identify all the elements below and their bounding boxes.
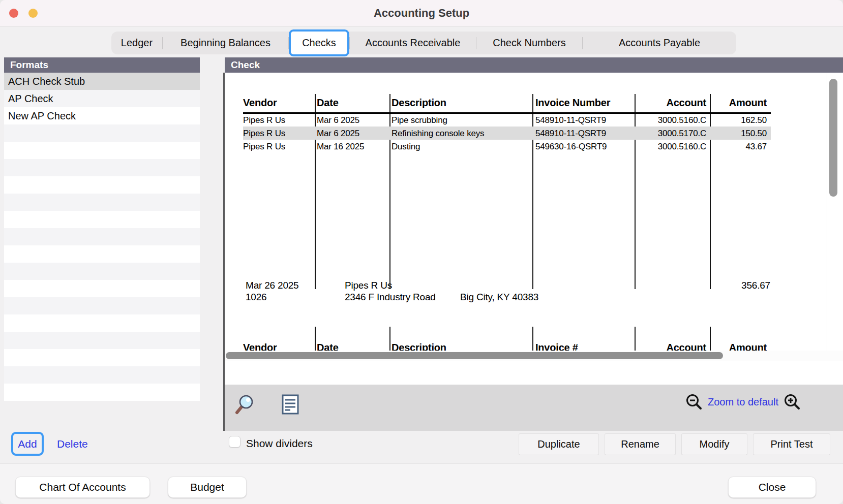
close-button[interactable]: Close bbox=[728, 477, 816, 498]
tab-ledger[interactable]: Ledger bbox=[111, 32, 162, 54]
format-row-empty bbox=[4, 314, 200, 332]
zoom-controls: Zoom to default bbox=[685, 393, 801, 411]
check-column-header: Amount bbox=[713, 97, 767, 109]
column-divider bbox=[315, 94, 316, 289]
stub-date: Mar 26 2025 bbox=[246, 280, 298, 291]
rename-button[interactable]: Rename bbox=[605, 433, 676, 455]
footer-bar: Chart Of Accounts Budget Close bbox=[0, 463, 843, 504]
column-divider bbox=[710, 94, 711, 289]
next-check-column-header: Vendor bbox=[243, 342, 314, 351]
format-row[interactable]: ACH Check Stub bbox=[4, 73, 200, 90]
vertical-scrollbar-thumb[interactable] bbox=[829, 79, 837, 197]
tab-accounts-payable[interactable]: Accounts Payable bbox=[583, 32, 736, 54]
check-table-cell: 549630-16-QSRT9 bbox=[535, 142, 632, 152]
format-row-empty bbox=[4, 176, 200, 194]
header-underline bbox=[243, 112, 771, 114]
column-divider bbox=[532, 327, 533, 351]
format-row[interactable]: AP Check bbox=[4, 90, 200, 107]
check-table-cell: Pipes R Us bbox=[243, 142, 314, 152]
format-row-empty bbox=[4, 366, 200, 384]
next-check-column-header: Invoice # bbox=[535, 342, 632, 351]
check-table-cell: Mar 6 2025 bbox=[317, 115, 389, 125]
chart-of-accounts-button[interactable]: Chart Of Accounts bbox=[15, 477, 150, 498]
show-dividers-checkbox[interactable] bbox=[229, 436, 240, 448]
horizontal-scrollbar[interactable] bbox=[225, 351, 843, 361]
document-icon[interactable] bbox=[282, 394, 299, 415]
zoom-out-icon[interactable] bbox=[685, 393, 703, 411]
window-title: Accounting Setup bbox=[0, 0, 843, 26]
magnifier-icon[interactable] bbox=[235, 394, 255, 415]
check-column-header: Invoice Number bbox=[535, 97, 632, 109]
zoom-to-default-link[interactable]: Zoom to default bbox=[708, 396, 778, 408]
next-check-column-header: Account bbox=[638, 342, 706, 351]
format-row-empty bbox=[4, 245, 200, 263]
zoom-in-icon[interactable] bbox=[784, 393, 801, 411]
column-divider bbox=[389, 94, 390, 289]
tab-check-numbers[interactable]: Check Numbers bbox=[476, 32, 582, 54]
column-divider bbox=[635, 327, 636, 351]
check-table-cell: 3000.5160.C bbox=[638, 115, 706, 125]
check-table-cell: Pipes R Us bbox=[243, 115, 314, 125]
show-dividers-label: Show dividers bbox=[246, 437, 313, 450]
stub-address: 2346 F Industry Road bbox=[345, 292, 436, 303]
format-row-empty bbox=[4, 263, 200, 280]
accounting-setup-window: Accounting Setup LedgerBeginning Balance… bbox=[0, 0, 843, 504]
formats-panel-header: Formats bbox=[4, 57, 200, 73]
check-table-cell: 43.67 bbox=[713, 142, 767, 152]
print-test-button[interactable]: Print Test bbox=[753, 433, 830, 455]
check-table-cell: 162.50 bbox=[713, 115, 767, 125]
format-row-empty bbox=[4, 124, 200, 142]
tab-bar: LedgerBeginning BalancesChecksAccounts R… bbox=[111, 32, 736, 54]
close-window-icon[interactable] bbox=[9, 9, 18, 18]
stub-payee: Pipes R Us bbox=[345, 280, 392, 291]
column-divider bbox=[389, 327, 390, 351]
next-check-column-header: Amount bbox=[713, 342, 767, 351]
format-row-empty bbox=[4, 194, 200, 211]
formats-panel: Formats ACH Check StubAP CheckNew AP Che… bbox=[4, 57, 200, 401]
column-divider bbox=[710, 327, 711, 351]
format-action-buttons: Duplicate Rename Modify Print Test bbox=[519, 433, 830, 455]
stub-city: Big City, KY 40383 bbox=[460, 292, 538, 303]
tab-beginning-balances[interactable]: Beginning Balances bbox=[163, 32, 288, 54]
next-check-column-header: Date bbox=[317, 342, 389, 351]
check-table-cell: 548910-11-QSRT9 bbox=[535, 115, 632, 125]
check-table-cell: Dusting bbox=[392, 142, 529, 152]
next-check-column-header: Description bbox=[392, 342, 529, 351]
duplicate-button[interactable]: Duplicate bbox=[519, 433, 599, 455]
tab-accounts-receivable[interactable]: Accounts Receivable bbox=[350, 32, 476, 54]
check-table-cell: 3000.5170.C bbox=[638, 129, 706, 139]
column-divider bbox=[315, 327, 316, 351]
vertical-scrollbar[interactable] bbox=[827, 73, 843, 351]
horizontal-scrollbar-thumb[interactable] bbox=[226, 352, 723, 359]
add-button[interactable]: Add bbox=[18, 438, 37, 450]
check-column-header: Description bbox=[392, 97, 529, 109]
stub-check-number: 1026 bbox=[246, 292, 266, 303]
format-row-empty bbox=[4, 349, 200, 366]
format-row-empty bbox=[4, 280, 200, 297]
budget-button[interactable]: Budget bbox=[168, 477, 247, 498]
formats-list: ACH Check StubAP CheckNew AP Check bbox=[4, 73, 200, 401]
tab-checks[interactable]: Checks bbox=[289, 29, 349, 56]
minimize-window-icon[interactable] bbox=[28, 9, 38, 18]
delete-button[interactable]: Delete bbox=[57, 438, 88, 450]
check-panel-header: Check bbox=[225, 57, 843, 73]
format-row[interactable]: New AP Check bbox=[4, 107, 200, 124]
check-table-cell: Mar 16 2025 bbox=[317, 142, 389, 152]
format-row-empty bbox=[4, 332, 200, 349]
check-preview-document: VendorDateDescriptionInvoice NumberAccou… bbox=[225, 73, 827, 351]
column-divider bbox=[532, 94, 533, 289]
check-table-cell: 150.50 bbox=[713, 129, 767, 139]
format-row-empty bbox=[4, 211, 200, 228]
check-table-cell: Pipes R Us bbox=[243, 129, 314, 139]
stub-total: 356.67 bbox=[709, 280, 770, 291]
check-table-cell: 3000.5160.C bbox=[638, 142, 706, 152]
check-preview-pane: VendorDateDescriptionInvoice NumberAccou… bbox=[225, 73, 843, 385]
format-row-empty bbox=[4, 228, 200, 245]
titlebar: Accounting Setup bbox=[0, 0, 843, 26]
modify-button[interactable]: Modify bbox=[681, 433, 747, 455]
check-column-header: Vendor bbox=[243, 97, 314, 109]
check-table-cell: 548910-11-QSRT9 bbox=[535, 129, 632, 139]
format-row-empty bbox=[4, 384, 200, 401]
check-table-cell: Pipe scrubbing bbox=[392, 115, 529, 125]
check-column-header: Date bbox=[317, 97, 389, 109]
